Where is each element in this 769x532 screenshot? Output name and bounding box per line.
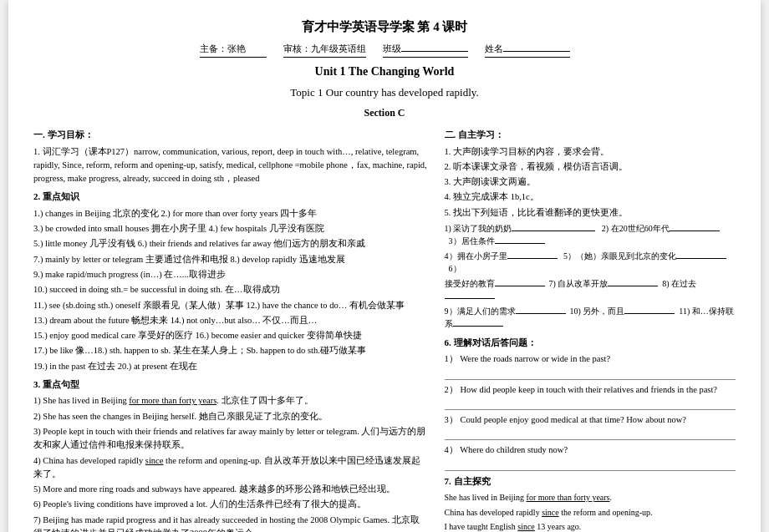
questions-list: 1） Were the roads narrow or wide in the … (445, 352, 736, 470)
left-column: 一. 学习目标： 1. 词汇学习（课本P127）narrow, communic… (33, 128, 428, 532)
explore-block: She has lived in Beijing for more than f… (445, 491, 736, 532)
right-section3-heading: 7. 自主探究 (445, 474, 736, 489)
right-item-5: 5. 找出下列短语，比比看谁翻译的更快更准。 (445, 206, 736, 220)
left-section1-content: 1. 词汇学习（课本P127）narrow, communication, va… (33, 145, 428, 186)
question-1: 1） Were the roads narrow or wide in the … (445, 352, 736, 366)
left-section3-heading: 3. 重点句型 (33, 377, 428, 393)
explore-s3: I have taught English since 13 years ago… (445, 520, 736, 532)
question-4: 4） Where do children study now? (445, 443, 736, 457)
fill-items: 1) 采访了我的奶奶 2) 在20世纪60年代 3）居住条件 4）拥在小房子里 … (445, 222, 736, 331)
sentence-5: 5) More and more ring roads and subways … (33, 483, 428, 496)
vocab-item-7: 11.) see (sb.doing sth.) oneself 亲眼看见（某人… (33, 299, 428, 312)
right-section2-heading: 6. 理解对话后答问题： (445, 336, 736, 351)
right-column: 二. 自主学习： 1. 大声朗读学习目标的内容，要求会背。 2. 听本课课文录音… (445, 128, 736, 532)
unit-line: Unit 1 The Changing World (33, 63, 736, 81)
fill-1: 1) 采访了我的奶奶 2) 在20世纪60年代 3）居住条件 (445, 222, 736, 248)
header-line: 主备：张艳 审核：九年级英语组 班级 姓名 (33, 42, 736, 58)
worksheet-page: 育才中学英语导学案 第 4 课时 主备：张艳 审核：九年级英语组 班级 姓名 U… (8, 0, 761, 532)
content-columns: 一. 学习目标： 1. 词汇学习（课本P127）narrow, communic… (33, 128, 736, 532)
right-item-4: 4. 独立完成课本 1b,1c。 (445, 190, 736, 204)
right-item-2: 2. 听本课课文录音，看视频，模仿语言语调。 (445, 160, 736, 174)
sentence-4: 4) China has developed rapidly since the… (33, 454, 428, 482)
fill-3: 接受好的教育 7) 自从改革开放 8) 在过去 (445, 277, 736, 303)
topic-line: Topic 1 Our country has developed rapidl… (33, 84, 736, 102)
answer-line-1 (445, 368, 736, 380)
class-label: 班级 (383, 42, 468, 58)
vocab-items-list: 1.) changes in Beijing 北京的变化 2.) for mor… (33, 207, 428, 373)
main-title: 育才中学英语导学案 第 4 课时 (33, 17, 736, 37)
vocab-item-11: 19.) in the past 在过去 20.) at present 在现在 (33, 360, 428, 373)
vocab-item-1: 1.) changes in Beijing 北京的变化 2.) for mor… (33, 207, 428, 220)
vocab-item-9: 15.) enjoy good medical care 享受好的医疗 16.)… (33, 329, 428, 342)
review-label: 审核：九年级英语组 (283, 42, 366, 58)
answer-line-4 (445, 459, 736, 471)
sentence-7: 7) Beijing has made rapid progress and i… (33, 514, 428, 532)
left-section1-heading: 一. 学习目标： (33, 128, 428, 143)
vocab-item-8: 13.) dream about the future 畅想未来 14.) no… (33, 314, 428, 327)
question-2: 2） How did people keep in touch with the… (445, 383, 736, 397)
right-section1-heading: 二. 自主学习： (445, 128, 736, 143)
vocab-item-10: 17.) be like 像…18.) sth. happen to sb. 某… (33, 344, 428, 357)
question-3: 3） Could people enjoy good medical at th… (445, 413, 736, 427)
sentence-6: 6) People's living conditions have impro… (33, 498, 428, 511)
left-section2-heading: 2. 重点知识 (33, 190, 428, 205)
vocab-item-5: 9.) make rapid/much progress (in…) 在…...… (33, 268, 428, 281)
right-item-1: 1. 大声朗读学习目标的内容，要求会背。 (445, 145, 736, 159)
sentence-3: 3) People kept in touch with their frien… (33, 425, 428, 453)
answer-line-2 (445, 398, 736, 410)
explore-s2: China has developed rapidly since the re… (445, 506, 736, 519)
vocab-item-4: 7.) mainly by letter or telegram 主要通过信件和… (33, 253, 428, 266)
sentence-2: 2) She has seen the changes in Beijing h… (33, 410, 428, 423)
sentences-list: 1) She has lived in Beijing for more tha… (33, 394, 428, 532)
vocab-item-2: 3.) be crowded into small houses 拥在小房子里 … (33, 222, 428, 236)
explore-s1: She has lived in Beijing for more than f… (445, 491, 736, 504)
sentence-1: 1) She has lived in Beijing for more tha… (33, 394, 428, 408)
vocab-item-6: 10.) succeed in doing sth.= be successfu… (33, 283, 428, 296)
section-line: Section C (33, 105, 736, 121)
fill-2: 4）拥在小房子里 5）（她）亲眼见到北京的变化 6） (445, 250, 736, 276)
fill-4: 9）满足人们的需求 10) 另外，而且 11) 和…保持联系 (445, 305, 736, 331)
name-label: 姓名 (485, 42, 570, 58)
answer-line-3 (445, 428, 736, 440)
right-item-3: 3. 大声朗读课文两遍。 (445, 175, 736, 189)
vocab-item-3: 5.) little money 几乎没有钱 6.) their friends… (33, 237, 428, 251)
prepare-label: 主备：张艳 (200, 42, 267, 58)
